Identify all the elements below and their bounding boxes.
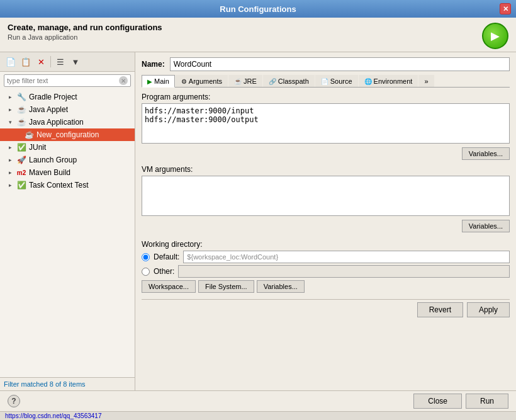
file-system-button[interactable]: File System... bbox=[198, 280, 254, 293]
search-input[interactable] bbox=[7, 77, 119, 84]
tree-item-label: Gradle Project bbox=[29, 93, 77, 101]
run-icon: ▶ bbox=[491, 29, 500, 43]
working-dir-variables-button[interactable]: Variables... bbox=[257, 280, 305, 293]
title-bar: Run Configurations ✕ bbox=[0, 0, 516, 18]
program-arguments-section: Program arguments: hdfs://master:9000/in… bbox=[142, 93, 510, 160]
workspace-button[interactable]: Workspace... bbox=[142, 280, 196, 293]
arguments-tab-icon: ⚙ bbox=[181, 78, 187, 85]
tab-environment[interactable]: 🌐 Environment bbox=[359, 75, 418, 87]
other-dir-input[interactable] bbox=[178, 265, 510, 278]
expand-icon: ▸ bbox=[9, 169, 16, 176]
working-dir-label: Working directory: bbox=[142, 240, 510, 249]
tab-label: Classpath bbox=[278, 77, 309, 85]
default-label: Default: bbox=[154, 253, 179, 261]
vm-arguments-input[interactable] bbox=[142, 176, 510, 216]
vm-variables-button[interactable]: Variables... bbox=[462, 220, 510, 232]
expand-icon: ▸ bbox=[9, 144, 16, 150]
classpath-tab-icon: 🔗 bbox=[269, 78, 276, 85]
tab-jre[interactable]: ☕ JRE bbox=[228, 75, 262, 87]
name-row: Name: bbox=[142, 57, 510, 71]
config-tabs: ▶ Main ⚙ Arguments ☕ JRE 🔗 Classpath 📄 bbox=[142, 75, 510, 88]
tab-label: JRE bbox=[244, 77, 257, 85]
other-radio[interactable] bbox=[142, 268, 150, 276]
action-buttons: Revert Apply bbox=[142, 299, 510, 317]
tree-item-label: Java Applet bbox=[29, 105, 68, 114]
filter-status: Filter matched 8 of 8 items bbox=[0, 377, 135, 390]
run-config-button[interactable]: Run bbox=[466, 394, 508, 409]
vm-arguments-section: VM arguments: Variables... bbox=[142, 165, 510, 232]
launch-group-icon: 🚀 bbox=[16, 155, 26, 165]
tab-main[interactable]: ▶ Main bbox=[142, 75, 175, 88]
default-radio[interactable] bbox=[142, 253, 150, 261]
expand-icon-open: ▾ bbox=[9, 119, 16, 125]
config-name-input[interactable] bbox=[170, 57, 510, 71]
tab-label: Source bbox=[330, 77, 352, 85]
expand-icon: ▸ bbox=[9, 157, 16, 163]
tree-item-maven[interactable]: ▸ m2 Maven Build bbox=[0, 166, 135, 179]
run-button[interactable]: ▶ bbox=[482, 23, 508, 49]
program-variables-button[interactable]: Variables... bbox=[462, 147, 510, 160]
help-button[interactable]: ? bbox=[8, 395, 20, 407]
new-config-icon: ☕ bbox=[24, 130, 34, 140]
copy-config-button[interactable]: 📋 bbox=[19, 55, 33, 69]
left-panel: 📄 📋 ✕ ☰ ▼ ✕ ▸ 🔧 Gradle Project bbox=[0, 52, 135, 390]
tree-item-gradle[interactable]: ▸ 🔧 Gradle Project bbox=[0, 91, 135, 103]
search-clear-button[interactable]: ✕ bbox=[119, 76, 128, 85]
tree-item-label: Task Context Test bbox=[29, 181, 89, 190]
tree-item-label: Java Application bbox=[29, 118, 84, 127]
default-dir-input[interactable] bbox=[183, 251, 510, 263]
expand-icon: ▸ bbox=[9, 106, 16, 113]
header-left: Create, manage, and run configurations R… bbox=[8, 23, 162, 41]
tree-item-label: New_configuration bbox=[36, 130, 99, 139]
body-split: 📄 📋 ✕ ☰ ▼ ✕ ▸ 🔧 Gradle Project bbox=[0, 52, 516, 390]
header-subtitle: Run a Java application bbox=[8, 33, 162, 41]
main-container: Create, manage, and run configurations R… bbox=[0, 18, 516, 420]
close-button[interactable]: Close bbox=[413, 394, 462, 409]
tab-source[interactable]: 📄 Source bbox=[315, 75, 358, 87]
tree-item-java-app[interactable]: ▾ ☕ Java Application bbox=[0, 116, 135, 128]
footer: ? Close Run bbox=[0, 390, 516, 411]
tab-label: Arguments bbox=[189, 77, 222, 85]
filter-button[interactable]: ☰ bbox=[53, 55, 67, 69]
tree-item-task-context[interactable]: ▸ ✅ Task Context Test bbox=[0, 179, 135, 191]
tab-label: Main bbox=[154, 77, 169, 85]
source-tab-icon: 📄 bbox=[321, 78, 328, 85]
tree-item-label: Maven Build bbox=[29, 168, 70, 177]
junit-icon: ✅ bbox=[16, 142, 26, 152]
program-arguments-label: Program arguments: bbox=[142, 93, 510, 101]
config-tree: ▸ 🔧 Gradle Project ▸ ☕ Java Applet ▾ ☕ J… bbox=[0, 89, 135, 377]
tree-item-new-config[interactable]: ☕ New_configuration bbox=[0, 128, 135, 141]
java-applet-icon: ☕ bbox=[16, 105, 26, 115]
right-panel: Name: ▶ Main ⚙ Arguments ☕ JRE 🔗 bbox=[135, 52, 516, 390]
tab-more[interactable]: » bbox=[418, 75, 434, 87]
tab-label: Environment bbox=[374, 77, 413, 85]
other-radio-row: Other: bbox=[142, 265, 510, 278]
more-tab-label: » bbox=[424, 77, 428, 85]
tree-item-label: JUnit bbox=[29, 143, 46, 152]
apply-button[interactable]: Apply bbox=[467, 302, 510, 317]
header-title: Create, manage, and run configurations bbox=[8, 23, 162, 32]
tree-item-launch-group[interactable]: ▸ 🚀 Launch Group bbox=[0, 154, 135, 166]
vm-arguments-label: VM arguments: bbox=[142, 165, 510, 174]
dropdown-button[interactable]: ▼ bbox=[69, 55, 82, 69]
tree-item-java-applet[interactable]: ▸ ☕ Java Applet bbox=[0, 103, 135, 116]
search-box: ✕ bbox=[4, 74, 131, 87]
maven-icon: m2 bbox=[16, 167, 26, 178]
delete-config-button[interactable]: ✕ bbox=[34, 55, 48, 69]
status-bar: https://blog.csdn.net/qq_43563417 bbox=[0, 411, 516, 420]
tab-arguments[interactable]: ⚙ Arguments bbox=[176, 75, 228, 87]
expand-icon: ▸ bbox=[9, 94, 16, 100]
revert-button[interactable]: Revert bbox=[417, 302, 463, 317]
tab-classpath[interactable]: 🔗 Classpath bbox=[263, 75, 315, 87]
header: Create, manage, and run configurations R… bbox=[0, 18, 516, 52]
environment-tab-icon: 🌐 bbox=[364, 78, 372, 85]
jre-tab-icon: ☕ bbox=[234, 78, 242, 85]
task-context-icon: ✅ bbox=[16, 180, 26, 190]
tree-item-junit[interactable]: ▸ ✅ JUnit bbox=[0, 141, 135, 154]
toolbar: 📄 📋 ✕ ☰ ▼ bbox=[0, 52, 135, 72]
program-arguments-input[interactable]: hdfs://master:9000/input hdfs://master:9… bbox=[142, 103, 510, 144]
new-config-button[interactable]: 📄 bbox=[4, 55, 18, 69]
gradle-icon: 🔧 bbox=[16, 92, 26, 102]
toolbar-separator bbox=[50, 56, 51, 67]
close-button[interactable]: ✕ bbox=[500, 3, 511, 14]
